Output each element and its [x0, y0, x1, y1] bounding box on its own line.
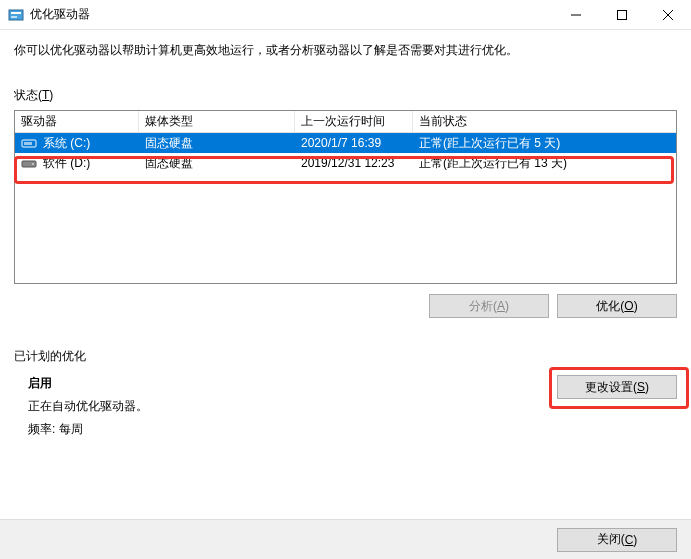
- minimize-button[interactable]: [553, 0, 599, 29]
- svg-rect-4: [618, 10, 627, 19]
- maximize-button[interactable]: [599, 0, 645, 29]
- close-dialog-button[interactable]: 关闭(C): [557, 528, 677, 552]
- close-button[interactable]: [645, 0, 691, 29]
- drives-body: 系统 (C:)固态硬盘2020/1/7 16:39正常(距上次运行已有 5 天)…: [15, 133, 676, 173]
- drive-name: 系统 (C:): [43, 135, 90, 152]
- svg-rect-6: [24, 142, 32, 145]
- footer: 关闭(C): [0, 519, 691, 559]
- schedule-status: 启用: [28, 375, 148, 392]
- drives-list[interactable]: 驱动器 媒体类型 上一次运行时间 当前状态 系统 (C:)固态硬盘2020/1/…: [14, 110, 677, 284]
- col-drive[interactable]: 驱动器: [15, 111, 139, 132]
- svg-rect-2: [11, 16, 17, 18]
- optimize-button[interactable]: 优化(O): [557, 294, 677, 318]
- window-controls: [553, 0, 691, 29]
- drive-media: 固态硬盘: [139, 153, 295, 173]
- description-text: 你可以优化驱动器以帮助计算机更高效地运行，或者分析驱动器以了解是否需要对其进行优…: [14, 42, 677, 59]
- status-label: 状态(T): [14, 87, 677, 104]
- drive-last: 2019/12/31 12:23: [295, 153, 413, 173]
- titlebar: 优化驱动器: [0, 0, 691, 30]
- app-icon: [8, 7, 24, 23]
- change-settings-button[interactable]: 更改设置(S): [557, 375, 677, 399]
- svg-point-8: [32, 163, 34, 165]
- drive-row[interactable]: 系统 (C:)固态硬盘2020/1/7 16:39正常(距上次运行已有 5 天): [15, 133, 676, 153]
- schedule-freq: 频率: 每周: [28, 421, 148, 438]
- schedule-desc: 正在自动优化驱动器。: [28, 398, 148, 415]
- drive-row[interactable]: 软件 (D:)固态硬盘2019/12/31 12:23正常(距上次运行已有 13…: [15, 153, 676, 173]
- schedule-label: 已计划的优化: [14, 348, 677, 365]
- drive-icon: [21, 156, 37, 170]
- schedule-section: 已计划的优化 启用 正在自动优化驱动器。 频率: 每周 更改设置(S): [14, 348, 677, 438]
- col-last[interactable]: 上一次运行时间: [295, 111, 413, 132]
- drive-status: 正常(距上次运行已有 5 天): [413, 133, 676, 153]
- analyze-button: 分析(A): [429, 294, 549, 318]
- drive-media: 固态硬盘: [139, 133, 295, 153]
- drives-header: 驱动器 媒体类型 上一次运行时间 当前状态: [15, 111, 676, 133]
- svg-rect-3: [571, 14, 581, 15]
- window-title: 优化驱动器: [30, 6, 90, 23]
- drive-icon: [21, 136, 37, 150]
- dialog-content: 你可以优化驱动器以帮助计算机更高效地运行，或者分析驱动器以了解是否需要对其进行优…: [0, 30, 691, 438]
- drive-actions: 分析(A) 优化(O): [14, 294, 677, 318]
- svg-rect-0: [9, 10, 23, 20]
- drive-status: 正常(距上次运行已有 13 天): [413, 153, 676, 173]
- drive-name: 软件 (D:): [43, 155, 90, 172]
- col-media[interactable]: 媒体类型: [139, 111, 295, 132]
- svg-rect-1: [11, 12, 21, 14]
- col-status[interactable]: 当前状态: [413, 111, 676, 132]
- drive-last: 2020/1/7 16:39: [295, 133, 413, 153]
